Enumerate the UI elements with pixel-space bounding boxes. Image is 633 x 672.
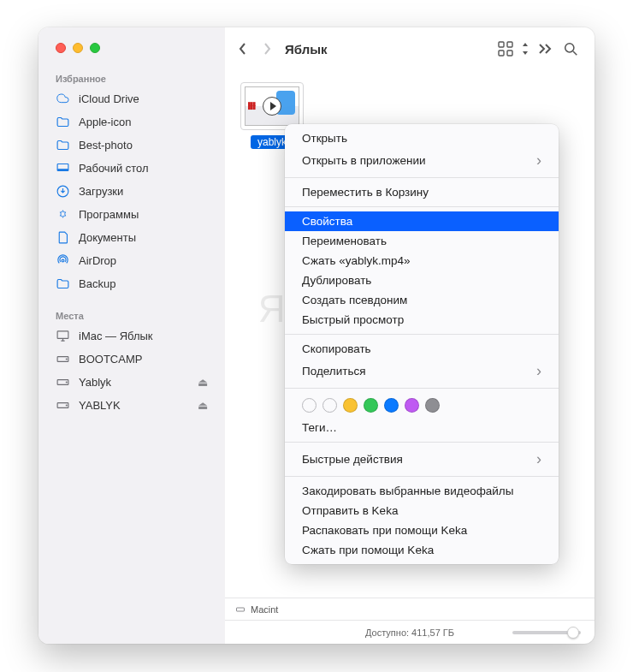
menu-copy[interactable]: Скопировать (285, 339, 559, 359)
file-thumbnail: ██████ (240, 82, 304, 130)
eject-icon[interactable]: ⏏ (198, 376, 208, 389)
sidebar-item-desktop[interactable]: Рабочий стол (38, 157, 225, 180)
disk-icon (235, 604, 246, 615)
tag-green[interactable] (364, 398, 378, 413)
menu-label: Свойства (302, 215, 352, 228)
disk-icon (56, 352, 70, 366)
menu-separator (285, 206, 559, 207)
sidebar-item-apple-icon[interactable]: Apple-icon (38, 110, 225, 134)
disk-icon (56, 398, 70, 413)
menu-share[interactable]: Поделиться (285, 359, 559, 384)
svg-rect-4 (57, 331, 68, 339)
menu-label: Создать псевдоним (302, 294, 407, 306)
maximize-window-button[interactable] (90, 43, 100, 53)
sidebar-item-applications[interactable]: Программы (38, 203, 225, 226)
sidebar-item-bootcamp[interactable]: BOOTCAMP (38, 348, 225, 371)
tag-none[interactable] (302, 398, 316, 413)
menu-separator (285, 442, 559, 443)
view-arrows[interactable] (519, 38, 531, 60)
svg-point-15 (565, 43, 573, 51)
menu-extract-keka[interactable]: Распаковать при помощи Keka (285, 520, 559, 540)
back-button[interactable] (232, 38, 254, 60)
sidebar-item-label: iCloud Drive (79, 92, 139, 105)
menu-label: Закодировать выбранные видеофайлы (302, 485, 513, 497)
sidebar-item-label: Backup (79, 277, 115, 290)
menu-separator (285, 177, 559, 178)
chevron-right-icon (536, 450, 541, 468)
window-title: Яблык (285, 42, 328, 56)
sidebar: Избранное iCloud Drive Apple-icon Best-p… (38, 27, 225, 644)
tag-yellow[interactable] (343, 398, 358, 413)
sidebar-item-best-photo[interactable]: Best-photo (38, 134, 225, 157)
zoom-knob[interactable] (567, 627, 579, 639)
forward-button[interactable] (256, 38, 278, 60)
menu-compress-keka[interactable]: Сжать при помощи Keka (285, 540, 559, 560)
sidebar-item-label: iMac — Яблык (79, 330, 153, 342)
menu-label: Теги… (302, 421, 337, 434)
close-window-button[interactable] (56, 43, 66, 53)
menu-tags[interactable]: Теги… (285, 418, 559, 437)
svg-point-6 (66, 359, 67, 360)
sidebar-item-label: Документы (79, 231, 136, 244)
desktop-icon (56, 161, 70, 175)
view-mode-button[interactable] (494, 38, 518, 60)
eject-icon[interactable]: ⏏ (198, 399, 208, 412)
sidebar-item-yablyk-disk-2[interactable]: YABLYK ⏏ (38, 394, 225, 417)
sidebar-item-airdrop[interactable]: AirDrop (38, 249, 225, 272)
svg-rect-11 (499, 42, 504, 47)
menu-label: Открыть в приложении (302, 154, 426, 167)
path-segment[interactable]: Macint (251, 604, 278, 615)
menu-encode-video[interactable]: Закодировать выбранные видеофайлы (285, 481, 559, 501)
menu-rename[interactable]: Переименовать (285, 231, 559, 251)
sidebar-item-label: Программы (79, 208, 139, 221)
sidebar-item-label: Best-photo (79, 139, 133, 152)
chevron-left-icon (238, 42, 248, 56)
menu-compress[interactable]: Сжать «yablyk.mp4» (285, 251, 559, 271)
menu-move-to-trash[interactable]: Переместить в Корзину (285, 182, 559, 202)
menu-open-with[interactable]: Открыть в приложении (285, 148, 559, 173)
menu-quick-actions[interactable]: Быстрые действия (285, 447, 559, 472)
sidebar-item-documents[interactable]: Документы (38, 226, 225, 249)
svg-point-10 (66, 405, 67, 406)
folder-icon (56, 277, 70, 291)
search-button[interactable] (559, 38, 583, 60)
sidebar-item-backup[interactable]: Backup (38, 272, 225, 295)
menu-quick-look[interactable]: Быстрый просмотр (285, 310, 559, 330)
zoom-slider[interactable] (512, 631, 581, 634)
tag-row (285, 393, 559, 418)
menu-duplicate[interactable]: Дублировать (285, 271, 559, 290)
svg-rect-12 (507, 42, 512, 47)
locations-label: Места (38, 306, 225, 324)
menu-separator (285, 388, 559, 389)
menu-get-info[interactable]: Свойства (285, 211, 559, 231)
menu-label: Быстрые действия (302, 453, 403, 466)
menu-separator (285, 334, 559, 335)
menu-open[interactable]: Открыть (285, 128, 559, 148)
svg-point-3 (62, 259, 64, 262)
sidebar-item-icloud-drive[interactable]: iCloud Drive (38, 87, 225, 110)
sidebar-item-downloads[interactable]: Загрузки (38, 180, 225, 203)
status-bar: Доступно: 411,57 ГБ (225, 620, 595, 644)
menu-label: Быстрый просмотр (302, 313, 404, 326)
cloud-icon (56, 92, 70, 106)
tag-purple[interactable] (405, 398, 419, 413)
minimize-window-button[interactable] (73, 43, 83, 53)
menu-make-alias[interactable]: Создать псевдоним (285, 290, 559, 310)
updown-icon (521, 42, 529, 56)
menu-separator (285, 476, 559, 477)
menu-label: Распаковать при помощи Keka (302, 524, 467, 537)
path-bar[interactable]: Macint (225, 598, 595, 620)
chevron-right-icon (262, 42, 272, 56)
tag-gray[interactable] (425, 398, 440, 413)
overflow-button[interactable] (533, 38, 557, 60)
menu-send-keka[interactable]: Отправить в Keka (285, 501, 559, 520)
menu-label: Сжать «yablyk.mp4» (302, 254, 411, 267)
menu-label: Переименовать (302, 235, 387, 247)
tag-blue[interactable] (384, 398, 399, 413)
apps-icon (56, 207, 70, 222)
disk-icon (56, 375, 70, 390)
tag-clear[interactable] (322, 398, 337, 413)
sidebar-item-yablyk-disk[interactable]: Yablyk ⏏ (38, 371, 225, 394)
sidebar-item-imac[interactable]: iMac — Яблык (38, 324, 225, 348)
chevron-right-icon (536, 362, 541, 380)
